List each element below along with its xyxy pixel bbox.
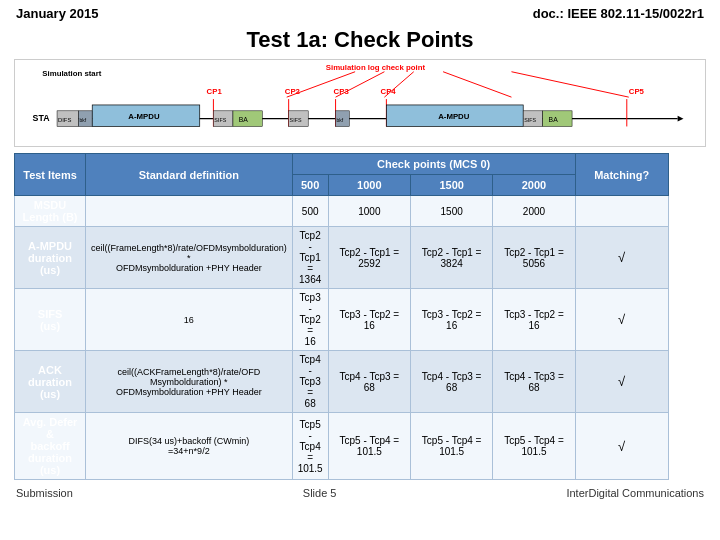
table-row: MSDU Length (B)500100015002000	[15, 196, 706, 227]
row-match-sifs: √	[575, 289, 668, 351]
row-std-def-sifs: 16	[86, 289, 293, 351]
row-val-ack-0: Tcp4 - Tcp3 = 68	[292, 351, 328, 413]
svg-text:A-MPDU: A-MPDU	[128, 112, 160, 121]
svg-text:CP2: CP2	[285, 87, 301, 96]
row-val-sifs-1: Tcp3 - Tcp2 = 16	[328, 289, 410, 351]
header-left: January 2015	[16, 6, 98, 21]
svg-text:CP1: CP1	[207, 87, 223, 96]
row-std-def-avgdefer: DIFS(34 us)+backoff (CWmin) =34+n*9/2	[86, 413, 293, 480]
row-label-ack: ACK duration (us)	[15, 351, 86, 413]
col-matching: Matching?	[575, 154, 668, 196]
svg-text:bkf: bkf	[337, 118, 344, 123]
svg-line-5	[443, 72, 511, 97]
row-val-msdu-3: 2000	[493, 196, 575, 227]
svg-marker-14	[678, 116, 684, 122]
svg-text:SIFS: SIFS	[524, 117, 536, 123]
svg-text:BA: BA	[549, 116, 559, 123]
row-val-ack-3: Tcp4 - Tcp3 = 68	[493, 351, 575, 413]
svg-text:A-MPDU: A-MPDU	[438, 112, 470, 121]
svg-text:BA: BA	[239, 116, 249, 123]
check-points-table: Test Items Standard definition Check poi…	[14, 153, 706, 480]
page-header: January 2015 doc.: IEEE 802.11-15/0022r1	[0, 0, 720, 23]
footer-center: Slide 5	[303, 487, 337, 499]
sub-col-2000: 2000	[493, 175, 575, 196]
svg-text:CP4: CP4	[381, 87, 397, 96]
page-footer: Submission Slide 5 InterDigital Communic…	[0, 484, 720, 502]
svg-text:STA: STA	[33, 113, 51, 123]
table-row: ACK duration (us)ceil((ACKFrameLength*8)…	[15, 351, 706, 413]
svg-text:CP3: CP3	[334, 87, 350, 96]
row-val-ampdu-1: Tcp2 - Tcp1 = 2592	[328, 227, 410, 289]
svg-text:Simulation start: Simulation start	[42, 69, 101, 78]
row-match-ack: √	[575, 351, 668, 413]
svg-text:Simulation log check point: Simulation log check point	[326, 63, 426, 72]
row-val-msdu-2: 1500	[411, 196, 493, 227]
row-label-sifs: SIFS (us)	[15, 289, 86, 351]
sub-col-500: 500	[292, 175, 328, 196]
row-val-avgdefer-1: Tcp5 - Tcp4 = 101.5	[328, 413, 410, 480]
footer-right: InterDigital Communications	[566, 487, 704, 499]
svg-text:SIFS: SIFS	[214, 117, 226, 123]
main-table-wrapper: Test Items Standard definition Check poi…	[14, 153, 706, 480]
row-match-avgdefer: √	[575, 413, 668, 480]
row-std-def-msdu	[86, 196, 293, 227]
table-row: Avg. Defer & backoff duration (us)DIFS(3…	[15, 413, 706, 480]
row-val-avgdefer-2: Tcp5 - Tcp4 = 101.5	[411, 413, 493, 480]
row-val-msdu-1: 1000	[328, 196, 410, 227]
row-val-avgdefer-3: Tcp5 - Tcp4 = 101.5	[493, 413, 575, 480]
row-label-ampdu: A-MPDU duration (us)	[15, 227, 86, 289]
row-std-def-ack: ceil((ACKFrameLength*8)/rate/OFD Msymbol…	[86, 351, 293, 413]
svg-text:bkf: bkf	[80, 118, 87, 123]
row-val-ack-2: Tcp4 - Tcp3 = 68	[411, 351, 493, 413]
row-std-def-ampdu: ceil((FrameLength*8)/rate/OFDMsymboldura…	[86, 227, 293, 289]
sub-col-1000: 1000	[328, 175, 410, 196]
diagram-area: Simulation start Simulation log check po…	[14, 59, 706, 147]
diagram-svg: Simulation start Simulation log check po…	[15, 60, 705, 146]
row-label-avgdefer: Avg. Defer & backoff duration (us)	[15, 413, 86, 480]
row-val-ampdu-2: Tcp2 - Tcp1 = 3824	[411, 227, 493, 289]
table-row: SIFS (us)16Tcp3 - Tcp2 = 16Tcp3 - Tcp2 =…	[15, 289, 706, 351]
page-title: Test 1a: Check Points	[0, 23, 720, 59]
row-match-ampdu: √	[575, 227, 668, 289]
svg-line-6	[511, 72, 628, 97]
footer-left: Submission	[16, 487, 73, 499]
row-val-ampdu-3: Tcp2 - Tcp1 = 5056	[493, 227, 575, 289]
svg-text:DIFS: DIFS	[58, 117, 71, 123]
row-val-msdu-0: 500	[292, 196, 328, 227]
row-val-sifs-2: Tcp3 - Tcp2 = 16	[411, 289, 493, 351]
table-row: A-MPDU duration (us)ceil((FrameLength*8)…	[15, 227, 706, 289]
row-val-sifs-0: Tcp3 - Tcp2 = 16	[292, 289, 328, 351]
col-check-points: Check points (MCS 0)	[292, 154, 575, 175]
col-test-items: Test Items	[15, 154, 86, 196]
row-match-msdu	[575, 196, 668, 227]
sub-col-1500: 1500	[411, 175, 493, 196]
col-std-def: Standard definition	[86, 154, 293, 196]
header-right: doc.: IEEE 802.11-15/0022r1	[533, 6, 704, 21]
row-val-ack-1: Tcp4 - Tcp3 = 68	[328, 351, 410, 413]
row-val-avgdefer-0: Tcp5 - Tcp4 = 101.5	[292, 413, 328, 480]
svg-text:CP5: CP5	[629, 87, 645, 96]
svg-text:SIFS: SIFS	[290, 117, 302, 123]
row-val-ampdu-0: Tcp2 - Tcp1 = 1364	[292, 227, 328, 289]
row-label-msdu: MSDU Length (B)	[15, 196, 86, 227]
row-val-sifs-3: Tcp3 - Tcp2 = 16	[493, 289, 575, 351]
